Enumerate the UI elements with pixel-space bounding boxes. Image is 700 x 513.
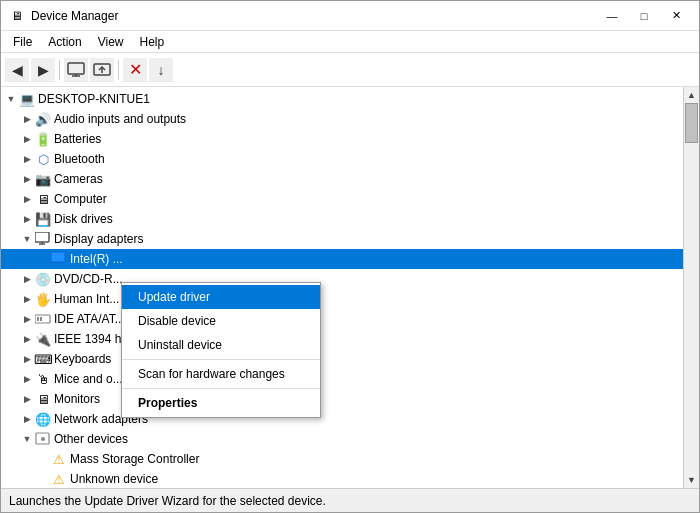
- expand-human[interactable]: ▶: [19, 291, 35, 307]
- window-title: Device Manager: [31, 9, 597, 23]
- tree-item-batteries[interactable]: ▶ 🔋 Batteries: [1, 129, 683, 149]
- expand-monitors[interactable]: ▶: [19, 391, 35, 407]
- toolbar-scan[interactable]: ↓: [149, 58, 173, 82]
- icon-other: [35, 431, 51, 447]
- label-keyboards: Keyboards: [54, 352, 111, 366]
- label-batteries: Batteries: [54, 132, 101, 146]
- label-bluetooth: Bluetooth: [54, 152, 105, 166]
- toolbar-update-driver[interactable]: [90, 58, 114, 82]
- close-button[interactable]: ✕: [661, 5, 691, 27]
- toolbar-forward[interactable]: ▶: [31, 58, 55, 82]
- tree-item-ieee[interactable]: ▶ 🔌 IEEE 1394 h...: [1, 329, 683, 349]
- expand-mice[interactable]: ▶: [19, 371, 35, 387]
- label-display: Display adapters: [54, 232, 143, 246]
- tree-item-bluetooth[interactable]: ▶ ⬡ Bluetooth: [1, 149, 683, 169]
- toolbar-back[interactable]: ◀: [5, 58, 29, 82]
- expand-network[interactable]: ▶: [19, 411, 35, 427]
- icon-keyboards: ⌨: [35, 351, 51, 367]
- icon-computer: 🖥: [35, 191, 51, 207]
- icon-mice: 🖱: [35, 371, 51, 387]
- icon-network: 🌐: [35, 411, 51, 427]
- expand-root[interactable]: ▼: [3, 91, 19, 107]
- toolbar-sep-1: [59, 60, 60, 80]
- expand-computer[interactable]: ▶: [19, 191, 35, 207]
- svg-rect-5: [35, 232, 49, 242]
- label-unknown: Unknown device: [70, 472, 158, 486]
- tree-item-dvd[interactable]: ▶ 💿 DVD/CD-R...: [1, 269, 683, 289]
- tree-item-keyboards[interactable]: ▶ ⌨ Keyboards: [1, 349, 683, 369]
- expand-ide[interactable]: ▶: [19, 311, 35, 327]
- tree-item-cameras[interactable]: ▶ 📷 Cameras: [1, 169, 683, 189]
- label-audio: Audio inputs and outputs: [54, 112, 186, 126]
- scroll-thumb[interactable]: [685, 103, 698, 143]
- expand-disk[interactable]: ▶: [19, 211, 35, 227]
- tree-item-intel[interactable]: Intel(R) ...: [1, 249, 683, 269]
- label-dvd: DVD/CD-R...: [54, 272, 123, 286]
- tree-item-mice[interactable]: ▶ 🖱 Mice and o...: [1, 369, 683, 389]
- minimize-button[interactable]: —: [597, 5, 627, 27]
- ctx-scan-hardware-label: Scan for hardware changes: [138, 367, 285, 381]
- icon-audio: 🔊: [35, 111, 51, 127]
- icon-root: 💻: [19, 91, 35, 107]
- icon-unknown: ⚠: [51, 471, 67, 487]
- expand-unknown: [35, 471, 51, 487]
- scrollbar[interactable]: ▲ ▼: [683, 87, 699, 488]
- expand-batteries[interactable]: ▶: [19, 131, 35, 147]
- label-ide: IDE ATA/AT...: [54, 312, 125, 326]
- tree-item-unknown[interactable]: ⚠ Unknown device: [1, 469, 683, 488]
- menu-view[interactable]: View: [90, 33, 132, 51]
- label-intel: Intel(R) ...: [70, 252, 123, 266]
- scroll-up[interactable]: ▲: [684, 87, 700, 103]
- tree-item-mass[interactable]: ⚠ Mass Storage Controller: [1, 449, 683, 469]
- svg-point-13: [41, 437, 45, 441]
- scroll-down[interactable]: ▼: [684, 472, 700, 488]
- device-tree[interactable]: ▼ 💻 DESKTOP-KNITUE1 ▶ 🔊 Audio inputs and…: [1, 87, 683, 488]
- maximize-button[interactable]: □: [629, 5, 659, 27]
- ctx-uninstall-device[interactable]: Uninstall device: [122, 333, 320, 357]
- tree-item-other[interactable]: ▼ Other devices: [1, 429, 683, 449]
- icon-mass: ⚠: [51, 451, 67, 467]
- tree-item-disk[interactable]: ▶ 💾 Disk drives: [1, 209, 683, 229]
- status-text: Launches the Update Driver Wizard for th…: [9, 494, 326, 508]
- expand-audio[interactable]: ▶: [19, 111, 35, 127]
- label-computer: Computer: [54, 192, 107, 206]
- expand-cameras[interactable]: ▶: [19, 171, 35, 187]
- label-other: Other devices: [54, 432, 128, 446]
- expand-display[interactable]: ▼: [19, 231, 35, 247]
- tree-item-audio[interactable]: ▶ 🔊 Audio inputs and outputs: [1, 109, 683, 129]
- tree-item-root[interactable]: ▼ 💻 DESKTOP-KNITUE1: [1, 89, 683, 109]
- toolbar-uninstall[interactable]: ✕: [123, 58, 147, 82]
- label-cameras: Cameras: [54, 172, 103, 186]
- svg-rect-11: [40, 317, 42, 321]
- menu-file[interactable]: File: [5, 33, 40, 51]
- label-disk: Disk drives: [54, 212, 113, 226]
- tree-item-human[interactable]: ▶ 🖐 Human Int...: [1, 289, 683, 309]
- menu-action[interactable]: Action: [40, 33, 89, 51]
- expand-dvd[interactable]: ▶: [19, 271, 35, 287]
- ctx-disable-device[interactable]: Disable device: [122, 309, 320, 333]
- ctx-update-driver[interactable]: Update driver: [122, 285, 320, 309]
- toolbar: ◀ ▶ ✕ ↓: [1, 53, 699, 87]
- icon-cameras: 📷: [35, 171, 51, 187]
- tree-item-display[interactable]: ▼ Display adapters: [1, 229, 683, 249]
- label-monitors: Monitors: [54, 392, 100, 406]
- icon-dvd: 💿: [35, 271, 51, 287]
- main-area: ▼ 💻 DESKTOP-KNITUE1 ▶ 🔊 Audio inputs and…: [1, 87, 699, 488]
- tree-item-monitors[interactable]: ▶ 🖥 Monitors: [1, 389, 683, 409]
- context-menu: Update driver Disable device Uninstall d…: [121, 282, 321, 418]
- scroll-track[interactable]: [684, 103, 699, 472]
- expand-ieee[interactable]: ▶: [19, 331, 35, 347]
- ctx-update-driver-label: Update driver: [138, 290, 210, 304]
- ctx-properties[interactable]: Properties: [122, 391, 320, 415]
- tree-item-computer[interactable]: ▶ 🖥 Computer: [1, 189, 683, 209]
- window-icon: 🖥: [9, 8, 25, 24]
- tree-item-ide[interactable]: ▶ IDE ATA/AT...: [1, 309, 683, 329]
- icon-batteries: 🔋: [35, 131, 51, 147]
- ctx-scan-hardware[interactable]: Scan for hardware changes: [122, 362, 320, 386]
- expand-other[interactable]: ▼: [19, 431, 35, 447]
- menu-help[interactable]: Help: [132, 33, 173, 51]
- device-manager-window: 🖥 Device Manager — □ ✕ File Action View …: [0, 0, 700, 513]
- tree-item-network[interactable]: ▶ 🌐 Network adapters: [1, 409, 683, 429]
- toolbar-properties[interactable]: [64, 58, 88, 82]
- expand-bluetooth[interactable]: ▶: [19, 151, 35, 167]
